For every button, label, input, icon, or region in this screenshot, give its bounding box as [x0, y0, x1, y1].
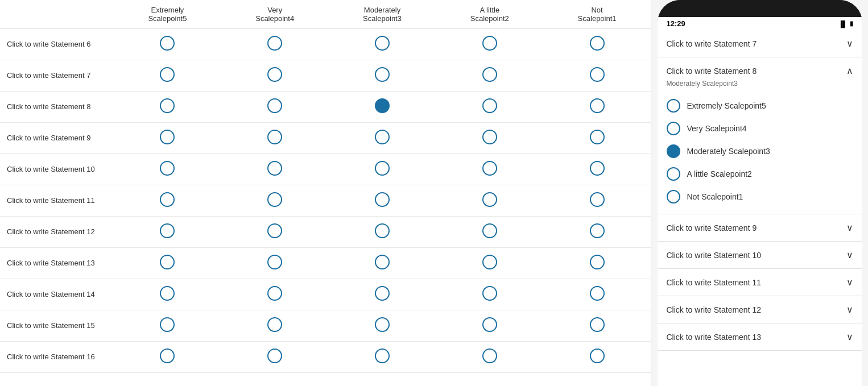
radio-cell[interactable]: [436, 248, 543, 279]
radio-circle[interactable]: [375, 348, 390, 363]
radio-circle[interactable]: [375, 67, 390, 82]
radio-cell[interactable]: [436, 185, 543, 217]
radio-circle[interactable]: [160, 223, 175, 238]
radio-circle[interactable]: [482, 36, 497, 51]
mobile-list-item[interactable]: Click to write Statement 8∧Moderately Sc…: [658, 57, 862, 214]
radio-circle[interactable]: [160, 192, 175, 207]
radio-circle[interactable]: [482, 98, 497, 113]
radio-circle[interactable]: [160, 36, 175, 51]
radio-circle[interactable]: [267, 161, 282, 176]
radio-cell[interactable]: [543, 29, 651, 60]
radio-cell[interactable]: [221, 217, 329, 248]
radio-cell[interactable]: [114, 185, 221, 217]
radio-circle[interactable]: [482, 317, 497, 332]
radio-circle[interactable]: [267, 223, 282, 238]
radio-cell[interactable]: [329, 342, 436, 373]
radio-circle[interactable]: [482, 286, 497, 301]
radio-cell[interactable]: [436, 29, 543, 60]
radio-cell[interactable]: [114, 279, 221, 310]
radio-cell[interactable]: [543, 217, 651, 248]
radio-cell[interactable]: [543, 248, 651, 279]
radio-circle[interactable]: [590, 36, 605, 51]
radio-circle[interactable]: [482, 223, 497, 238]
radio-circle[interactable]: [482, 67, 497, 82]
radio-cell[interactable]: [221, 279, 329, 310]
mobile-item-header[interactable]: Click to write Statement 10∨: [658, 242, 862, 268]
mobile-list-item[interactable]: Click to write Statement 9∨: [658, 214, 862, 242]
mobile-option[interactable]: Moderately Scalepoint3: [667, 140, 853, 163]
radio-cell[interactable]: [114, 217, 221, 248]
radio-circle[interactable]: [590, 223, 605, 238]
radio-circle[interactable]: [375, 161, 390, 176]
radio-circle[interactable]: [160, 255, 175, 269]
mobile-item-header[interactable]: Click to write Statement 12∨: [658, 296, 862, 323]
radio-circle[interactable]: [375, 130, 390, 144]
radio-circle[interactable]: [590, 192, 605, 207]
radio-cell[interactable]: [436, 279, 543, 310]
mobile-option[interactable]: Extremely Scalepoint5: [667, 94, 853, 117]
radio-circle[interactable]: [267, 192, 282, 207]
radio-circle[interactable]: [160, 286, 175, 301]
radio-cell[interactable]: [329, 217, 436, 248]
radio-circle[interactable]: [267, 98, 282, 113]
radio-circle[interactable]: [590, 348, 605, 363]
radio-circle[interactable]: [160, 67, 175, 82]
radio-circle[interactable]: [482, 130, 497, 144]
radio-cell[interactable]: [114, 29, 221, 60]
radio-cell[interactable]: [543, 279, 651, 310]
radio-cell[interactable]: [114, 92, 221, 123]
radio-cell[interactable]: [436, 60, 543, 92]
mobile-radio-circle[interactable]: [667, 122, 680, 135]
radio-cell[interactable]: [114, 123, 221, 154]
mobile-option[interactable]: Very Scalepoint4: [667, 117, 853, 140]
mobile-option[interactable]: A little Scalepoint2: [667, 163, 853, 185]
radio-cell[interactable]: [543, 60, 651, 92]
radio-cell[interactable]: [329, 92, 436, 123]
radio-cell[interactable]: [436, 310, 543, 342]
radio-cell[interactable]: [221, 185, 329, 217]
radio-circle[interactable]: [375, 317, 390, 332]
radio-cell[interactable]: [543, 92, 651, 123]
radio-cell[interactable]: [221, 342, 329, 373]
radio-cell[interactable]: [114, 342, 221, 373]
radio-circle[interactable]: [375, 255, 390, 269]
radio-cell[interactable]: [436, 154, 543, 185]
radio-cell[interactable]: [329, 123, 436, 154]
radio-cell[interactable]: [543, 342, 651, 373]
radio-circle[interactable]: [482, 161, 497, 176]
radio-circle[interactable]: [267, 317, 282, 332]
radio-cell[interactable]: [436, 92, 543, 123]
radio-circle[interactable]: [375, 286, 390, 301]
radio-cell[interactable]: [543, 154, 651, 185]
radio-circle[interactable]: [160, 130, 175, 144]
radio-circle[interactable]: [590, 130, 605, 144]
mobile-item-header[interactable]: Click to write Statement 11∨: [658, 269, 862, 296]
radio-cell[interactable]: [114, 60, 221, 92]
mobile-radio-circle[interactable]: [667, 144, 680, 158]
radio-cell[interactable]: [114, 248, 221, 279]
mobile-radio-circle[interactable]: [667, 167, 680, 181]
radio-cell[interactable]: [221, 248, 329, 279]
mobile-radio-circle[interactable]: [667, 99, 680, 113]
radio-cell[interactable]: [329, 248, 436, 279]
mobile-item-header[interactable]: Click to write Statement 9∨: [658, 214, 862, 241]
radio-circle[interactable]: [267, 255, 282, 269]
radio-cell[interactable]: [329, 185, 436, 217]
radio-cell[interactable]: [221, 123, 329, 154]
radio-circle[interactable]: [590, 255, 605, 269]
radio-cell[interactable]: [436, 217, 543, 248]
radio-circle[interactable]: [160, 161, 175, 176]
radio-circle[interactable]: [482, 192, 497, 207]
radio-cell[interactable]: [329, 310, 436, 342]
radio-circle[interactable]: [267, 286, 282, 301]
radio-cell[interactable]: [329, 279, 436, 310]
radio-cell[interactable]: [114, 310, 221, 342]
radio-circle[interactable]: [375, 192, 390, 207]
mobile-option[interactable]: Not Scalepoint1: [667, 185, 853, 208]
radio-cell[interactable]: [436, 123, 543, 154]
mobile-list-item[interactable]: Click to write Statement 7∨: [658, 30, 862, 57]
mobile-item-header[interactable]: Click to write Statement 13∨: [658, 323, 862, 350]
mobile-list-item[interactable]: Click to write Statement 11∨: [658, 269, 862, 296]
radio-cell[interactable]: [329, 154, 436, 185]
radio-circle[interactable]: [590, 98, 605, 113]
